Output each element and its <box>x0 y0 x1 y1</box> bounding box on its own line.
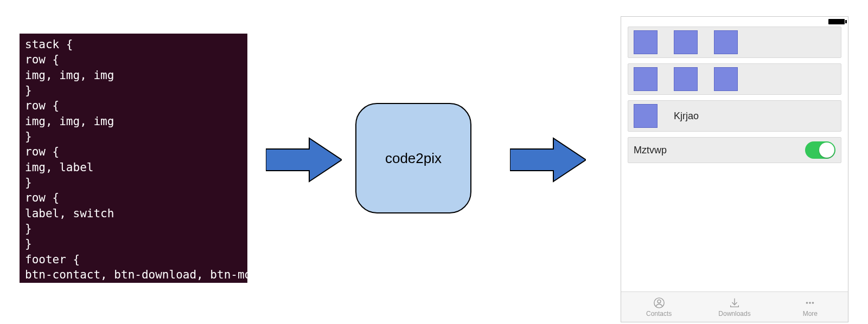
diagram-stage: stack { row { img, img, img } row { img,… <box>0 0 868 324</box>
status-bar <box>621 17 848 27</box>
footer-btn-downloads[interactable]: Downloads <box>710 297 759 317</box>
contacts-icon <box>653 297 665 309</box>
model-box: code2pix <box>355 103 471 213</box>
footer-label: Downloads <box>718 310 750 317</box>
arrow-right-1 <box>266 135 342 184</box>
phone-footer: Contacts Downloads <box>621 291 848 322</box>
svg-point-6 <box>812 302 814 304</box>
footer-label: More <box>803 310 818 317</box>
row-label: Mztvwp <box>634 145 667 156</box>
image-placeholder <box>674 30 698 54</box>
battery-icon <box>828 19 845 24</box>
image-placeholder <box>634 67 658 91</box>
footer-btn-contacts[interactable]: Contacts <box>635 297 684 317</box>
svg-point-4 <box>806 302 808 304</box>
image-placeholder <box>634 30 658 54</box>
switch-toggle[interactable] <box>805 141 835 159</box>
phone-spacer <box>621 169 848 291</box>
footer-label: Contacts <box>646 310 672 317</box>
output-phone-mockup: Kjrjao Mztvwp Contact <box>621 16 848 322</box>
phone-row: Mztvwp <box>628 137 841 163</box>
phone-row: Kjrjao <box>628 100 841 132</box>
phone-row <box>628 63 841 95</box>
phone-row <box>628 27 841 58</box>
arrow-right-2 <box>510 135 586 184</box>
model-label: code2pix <box>385 150 442 167</box>
switch-knob <box>819 142 834 158</box>
image-placeholder <box>674 67 698 91</box>
download-icon <box>729 297 741 309</box>
input-code-panel: stack { row { img, img, img } row { img,… <box>20 34 247 283</box>
image-placeholder <box>714 30 738 54</box>
footer-btn-more[interactable]: More <box>786 297 834 317</box>
phone-stack: Kjrjao Mztvwp <box>621 27 848 169</box>
svg-point-3 <box>658 300 661 303</box>
row-label: Kjrjao <box>674 111 699 122</box>
svg-marker-0 <box>266 138 342 182</box>
image-placeholder <box>634 104 658 128</box>
image-placeholder <box>714 67 738 91</box>
svg-marker-1 <box>510 138 586 182</box>
more-icon <box>804 297 816 309</box>
svg-point-5 <box>809 302 811 304</box>
